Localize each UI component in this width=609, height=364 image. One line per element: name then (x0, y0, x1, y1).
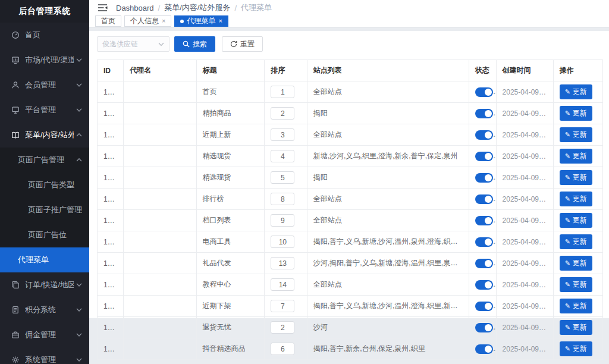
cell-title: 精拍商品 (196, 103, 265, 124)
tab-label: 代理菜单 (187, 16, 215, 26)
search-button[interactable]: 搜索 (174, 36, 215, 52)
breadcrumb: Dashboard / 菜单/内容/站外服务 / 代理菜单 (116, 2, 272, 13)
status-toggle[interactable] (475, 173, 493, 183)
cell-title: 精选现货 (196, 167, 265, 189)
update-button[interactable]: ✎更新 (560, 127, 592, 142)
status-toggle[interactable] (475, 109, 493, 118)
update-button[interactable]: ✎更新 (560, 299, 592, 313)
cell-created: 2025-04-09 10:55:45 (496, 146, 553, 167)
cell-status (469, 81, 496, 103)
update-button[interactable]: ✎更新 (560, 256, 592, 271)
reset-button-label: 重置 (240, 39, 255, 49)
sort-input[interactable] (271, 321, 294, 334)
sort-input[interactable] (271, 171, 294, 184)
sort-input[interactable] (271, 257, 294, 269)
sort-input[interactable] (271, 343, 294, 355)
sidebar-item-page-ads[interactable]: 页面广告管理 (0, 148, 89, 172)
table-row: 1425 礼品代发 沙河,揭阳,普宁,义乌,新塘,澄海,温州,织里,泉州,新余,… (98, 253, 603, 274)
status-toggle[interactable] (475, 344, 493, 354)
update-button[interactable]: ✎更新 (560, 277, 592, 292)
sidebar-item-market[interactable]: 市场/代理/渠道商 (0, 48, 89, 73)
sort-input[interactable] (271, 128, 294, 141)
chevron-down-icon (76, 283, 82, 287)
sidebar-item-label: 页面广告管理 (18, 155, 74, 165)
sidebar-item-page-sub-promo[interactable]: 页面子推广管理 (0, 197, 89, 222)
tab-agent-menu[interactable]: 代理菜单 × (174, 15, 228, 27)
status-toggle[interactable] (475, 280, 493, 290)
cell-actions: ✎更新 (553, 231, 602, 253)
sort-input[interactable] (271, 107, 294, 120)
reset-button[interactable]: 重置 (222, 36, 263, 52)
update-button-label: 更新 (573, 280, 587, 290)
status-toggle[interactable] (475, 194, 493, 204)
supplier-select[interactable]: 俊逸供应链 (97, 36, 169, 52)
sort-input[interactable] (271, 278, 294, 291)
sort-input[interactable] (271, 86, 294, 98)
user-icon (11, 81, 20, 90)
cell-agent (124, 231, 196, 253)
update-button[interactable]: ✎更新 (560, 213, 592, 228)
tab-home[interactable]: 首页 (95, 15, 121, 27)
sidebar-item-menu-content[interactable]: 菜单/内容/站外服务 (0, 123, 89, 148)
status-toggle[interactable] (475, 323, 493, 332)
sidebar-item-page-ad-slots[interactable]: 页面广告位 (0, 222, 89, 247)
sort-input[interactable] (271, 236, 294, 248)
cell-id: 1421 (98, 167, 124, 189)
sidebar-item-platform[interactable]: 平台管理 (0, 98, 89, 123)
update-button[interactable]: ✎更新 (560, 341, 592, 356)
status-toggle[interactable] (475, 216, 493, 225)
breadcrumb-menu-content[interactable]: 菜单/内容/站外服务 (164, 2, 230, 13)
sidebar-item-members[interactable]: 会员管理 (0, 73, 89, 98)
cell-id: 1429 (98, 338, 124, 360)
update-button[interactable]: ✎更新 (560, 84, 592, 99)
cell-sites: 揭阳,普宁,新余,台州,保定,泉州,织里 (307, 338, 469, 360)
sidebar-item-agent-menu[interactable]: 代理菜单 (0, 247, 89, 272)
cell-sites: 全部站点 (307, 189, 469, 210)
close-icon[interactable]: × (218, 18, 222, 24)
status-toggle[interactable] (475, 302, 493, 311)
market-icon (11, 56, 20, 65)
chevron-down-icon (76, 357, 82, 362)
sort-input[interactable] (271, 193, 294, 205)
cell-actions: ✎更新 (553, 103, 602, 124)
update-button[interactable]: ✎更新 (560, 320, 592, 335)
sidebar-item-page-ad-types[interactable]: 页面广告类型 (0, 172, 89, 197)
breadcrumb-separator: / (234, 4, 237, 12)
cell-agent (124, 167, 196, 189)
sidebar-item-system[interactable]: 系统管理 (0, 347, 89, 364)
cell-agent (124, 146, 196, 167)
main-area: Dashboard / 菜单/内容/站外服务 / 代理菜单 首页 个人信息 × … (89, 0, 609, 364)
sort-input[interactable] (271, 214, 294, 227)
close-icon[interactable]: × (162, 18, 165, 24)
edit-icon: ✎ (565, 89, 570, 95)
update-button[interactable]: ✎更新 (560, 106, 592, 121)
tab-profile[interactable]: 个人信息 × (124, 15, 171, 27)
update-button[interactable]: ✎更新 (560, 149, 592, 164)
sidebar-item-points[interactable]: 积分系统 (0, 297, 89, 322)
update-button[interactable]: ✎更新 (560, 192, 592, 206)
sidebar-item-label: 系统管理 (25, 354, 74, 364)
content-panel: 俊逸供应链 搜索 重置 (89, 31, 609, 318)
breadcrumb-dashboard[interactable]: Dashboard (116, 4, 154, 12)
status-toggle[interactable] (475, 152, 493, 161)
update-button-label: 更新 (573, 172, 587, 183)
table-body: 1417 首页 全部站点 2025-04-09 10:55:45 ✎更新 141… (98, 81, 603, 360)
sidebar-item-orders[interactable]: 订单/快递/地区 (0, 272, 89, 297)
sidebar-item-commission[interactable]: 佣金管理 (0, 322, 89, 347)
cell-actions: ✎更新 (553, 146, 602, 167)
status-toggle[interactable] (475, 130, 493, 140)
sort-input[interactable] (271, 150, 294, 162)
update-button[interactable]: ✎更新 (560, 234, 592, 249)
chevron-down-icon (158, 42, 164, 46)
sidebar-item-home[interactable]: 首页 (0, 23, 89, 48)
cell-created: 2025-04-09 10:55:45 (496, 189, 553, 210)
sort-input[interactable] (271, 300, 294, 312)
status-toggle[interactable] (475, 87, 493, 97)
update-button-label: 更新 (573, 322, 587, 332)
breadcrumb-current: 代理菜单 (241, 2, 272, 13)
cell-title: 排行榜 (196, 189, 265, 210)
update-button[interactable]: ✎更新 (560, 170, 592, 185)
status-toggle[interactable] (475, 237, 493, 247)
status-toggle[interactable] (475, 259, 493, 268)
sidebar-fold-icon[interactable] (98, 4, 108, 12)
